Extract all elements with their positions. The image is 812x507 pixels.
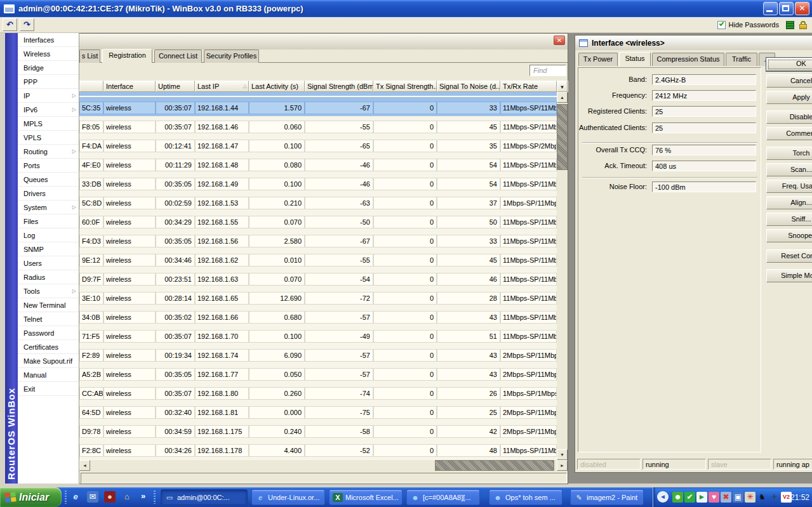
field-value-overall-tx-ccq[interactable]: 76 % bbox=[652, 145, 756, 155]
table-row[interactable]: A5:2Bwireless00:35:05192.168.1.770.050-5… bbox=[79, 364, 557, 383]
sidebar-item-interfaces[interactable]: Interfaces bbox=[18, 33, 79, 47]
table-row[interactable]: 64:5Dwireless00:32:40192.168.1.810.000-7… bbox=[79, 402, 557, 421]
table-row[interactable]: D9:7Fwireless00:23:51192.168.1.630.070-5… bbox=[79, 268, 557, 287]
tab-tx-power[interactable]: Tx Power bbox=[578, 53, 618, 66]
quicklaunch-mail-icon[interactable]: ✉ bbox=[87, 491, 98, 503]
field-value-frequency[interactable]: 2412 MHz bbox=[652, 90, 756, 101]
quicklaunch-media-icon[interactable]: ● bbox=[104, 491, 116, 503]
table-row[interactable]: 60:0Fwireless00:34:29192.168.1.550.070-5… bbox=[79, 211, 557, 230]
field-value-registered-clients[interactable]: 25 bbox=[652, 106, 756, 117]
tray-media-play-icon[interactable]: ► bbox=[696, 492, 707, 503]
simple-mode-button[interactable]: Simple Mode bbox=[766, 269, 812, 282]
column-header-signal-to-noise-d[interactable]: Signal To Noise (d... bbox=[437, 81, 500, 92]
horizontal-scroll-thumb[interactable] bbox=[435, 460, 554, 471]
tray-display-error-icon[interactable]: ✖ bbox=[721, 492, 731, 503]
tab-connect-list[interactable]: Connect List bbox=[154, 49, 202, 63]
taskbar-task-microsoft-excel[interactable]: XMicrosoft Excel... bbox=[329, 489, 403, 505]
table-row[interactable]: D9:78wireless00:34:59192.168.1.1750.240-… bbox=[79, 421, 557, 440]
sidebar-item-password[interactable]: Password bbox=[18, 326, 79, 340]
field-value-band[interactable]: 2.4GHz-B bbox=[652, 74, 756, 85]
tab-security-profiles[interactable]: Security Profiles bbox=[204, 49, 259, 63]
table-row[interactable]: F4:DAwireless00:12:41192.168.1.470.100-6… bbox=[79, 135, 557, 154]
maximize-button[interactable] bbox=[779, 2, 794, 15]
sidebar-item-routing[interactable]: Routing▷ bbox=[18, 145, 79, 159]
sidebar-item-wireless[interactable]: Wireless bbox=[18, 47, 79, 61]
quicklaunch-ie-icon[interactable]: e bbox=[70, 491, 81, 503]
taskbar-task-ops-toh-sem[interactable]: ☻Ops* toh sem ... bbox=[489, 489, 562, 505]
find-input[interactable]: Find bbox=[529, 65, 566, 76]
sidebar-item-tools[interactable]: Tools▷ bbox=[18, 284, 79, 298]
sidebar-item-snmp[interactable]: SNMP bbox=[18, 242, 79, 256]
start-button[interactable]: Iniciar bbox=[0, 487, 62, 507]
apply-button[interactable]: Apply bbox=[766, 91, 812, 104]
sidebar-item-files[interactable]: Files bbox=[18, 214, 79, 228]
comment-button[interactable]: Comment bbox=[766, 127, 812, 140]
tab-status[interactable]: Status bbox=[619, 52, 651, 66]
tray-cat-icon[interactable]: ♞ bbox=[757, 492, 768, 503]
hide-passwords-checkbox[interactable] bbox=[717, 21, 726, 29]
sidebar-item-vpls[interactable]: VPLS bbox=[18, 131, 79, 145]
taskbar-task-c-00a8a8[interactable]: ☻[c=#00A8A8][... bbox=[406, 489, 480, 505]
column-dropdown-button[interactable]: ▼ bbox=[557, 81, 568, 92]
quicklaunch-folder-icon[interactable]: ⌂ bbox=[121, 491, 133, 503]
table-row[interactable]: 34:0Bwireless00:35:02192.168.1.660.680-5… bbox=[79, 306, 557, 326]
column-header-uptime[interactable]: Uptime bbox=[156, 81, 195, 92]
sidebar-item-system[interactable]: System▷ bbox=[18, 201, 79, 214]
tab-registration[interactable]: Registration bbox=[102, 49, 152, 63]
reset-config-button[interactable]: Reset Config bbox=[766, 249, 812, 263]
quicklaunch-overflow-chevron[interactable]: » bbox=[141, 491, 145, 501]
sidebar-item-bridge[interactable]: Bridge bbox=[18, 61, 79, 75]
tray-network-icon[interactable]: ▣ bbox=[733, 492, 743, 503]
table-row[interactable]: F8:05wireless00:35:07192.168.1.460.060-5… bbox=[79, 116, 557, 135]
sniff-button[interactable]: Sniff... bbox=[766, 213, 812, 226]
sidebar-item-new-terminal[interactable]: New Terminal bbox=[18, 298, 79, 312]
table-row[interactable]: 5C:35wireless00:35:07192.168.1.441.570-6… bbox=[79, 97, 557, 116]
scan-button[interactable]: Scan... bbox=[766, 163, 812, 176]
sidebar-item-mpls[interactable]: MPLS bbox=[18, 117, 79, 131]
scroll-up-button[interactable]: ▲ bbox=[557, 92, 568, 103]
table-row[interactable]: CC:ABwireless00:35:07192.168.1.800.260-7… bbox=[79, 383, 557, 402]
sidebar-item-ipv6[interactable]: IPv6▷ bbox=[18, 103, 79, 117]
undo-button[interactable]: ↶ bbox=[3, 18, 17, 31]
disable-button[interactable]: Disable bbox=[766, 110, 812, 124]
column-header-signal-strength-dbm[interactable]: Signal Strength (dBm) bbox=[305, 81, 373, 92]
minimize-button[interactable] bbox=[763, 2, 778, 15]
tab-traffic[interactable]: Traffic bbox=[726, 53, 757, 66]
table-row[interactable]: 33:DBwireless00:35:05192.168.1.490.100-4… bbox=[79, 173, 557, 192]
table-row[interactable]: F4:D3wireless00:35:05192.168.1.562.580-6… bbox=[79, 230, 557, 249]
sidebar-item-ppp[interactable]: PPP bbox=[18, 75, 79, 89]
vertical-scrollbar[interactable]: ▲ ▼ bbox=[557, 92, 568, 460]
sidebar-item-make-supout-rif[interactable]: Make Supout.rif bbox=[18, 354, 79, 368]
sidebar-item-log[interactable]: Log bbox=[18, 228, 79, 242]
quicklaunch-handle[interactable] bbox=[65, 491, 67, 504]
horizontal-scrollbar[interactable]: ◄ ► bbox=[79, 460, 568, 471]
wireless-window-close-button[interactable]: ✕ bbox=[554, 36, 565, 45]
snooper-button[interactable]: Snooper bbox=[766, 229, 812, 242]
column-header-tx-signal-strength[interactable]: Tx Signal Strength... bbox=[373, 81, 437, 92]
table-row[interactable]: F2:8Cwireless00:34:26192.168.1.1784.400-… bbox=[79, 440, 557, 459]
field-value-ack-timeout[interactable]: 408 us bbox=[652, 161, 756, 171]
sidebar-item-radius[interactable]: Radius bbox=[18, 270, 79, 284]
sidebar-item-certificates[interactable]: Certificates bbox=[18, 340, 79, 354]
close-button[interactable]: ✕ bbox=[795, 2, 809, 15]
cancel-button[interactable]: Cancel bbox=[766, 74, 812, 88]
sidebar-item-exit[interactable]: Exit bbox=[18, 382, 79, 396]
tray-wireless-alert-icon[interactable]: ✳ bbox=[745, 492, 755, 503]
table-row[interactable]: 9E:12wireless00:34:46192.168.1.620.010-5… bbox=[79, 249, 557, 268]
tray-rocket-icon[interactable]: ✈ bbox=[769, 492, 780, 503]
sidebar-item-ports[interactable]: Ports bbox=[18, 159, 79, 173]
scroll-down-button[interactable]: ▼ bbox=[557, 449, 568, 460]
column-header-last-activity-s[interactable]: Last Activity (s) bbox=[249, 81, 305, 92]
tab-s-list[interactable]: s List bbox=[79, 49, 100, 63]
tray-messenger-online-icon[interactable]: ☻ bbox=[672, 492, 683, 503]
align-button[interactable]: Align... bbox=[766, 196, 812, 209]
ok-button[interactable]: OK bbox=[766, 58, 812, 71]
tray-collapse-chevron[interactable]: ◄ bbox=[657, 491, 669, 503]
table-row[interactable]: 5C:8Dwireless00:02:59192.168.1.530.210-6… bbox=[79, 192, 557, 211]
table-row[interactable]: F2:89wireless00:19:34192.168.1.746.090-5… bbox=[79, 345, 557, 364]
sidebar-item-manual[interactable]: Manual bbox=[18, 368, 79, 382]
freq-usage-button[interactable]: Freq. Usage bbox=[766, 180, 812, 193]
column-header-x[interactable] bbox=[79, 81, 103, 92]
redo-button[interactable]: ↷ bbox=[20, 18, 34, 31]
column-header-last-ip[interactable]: Last IP△ bbox=[195, 81, 249, 92]
